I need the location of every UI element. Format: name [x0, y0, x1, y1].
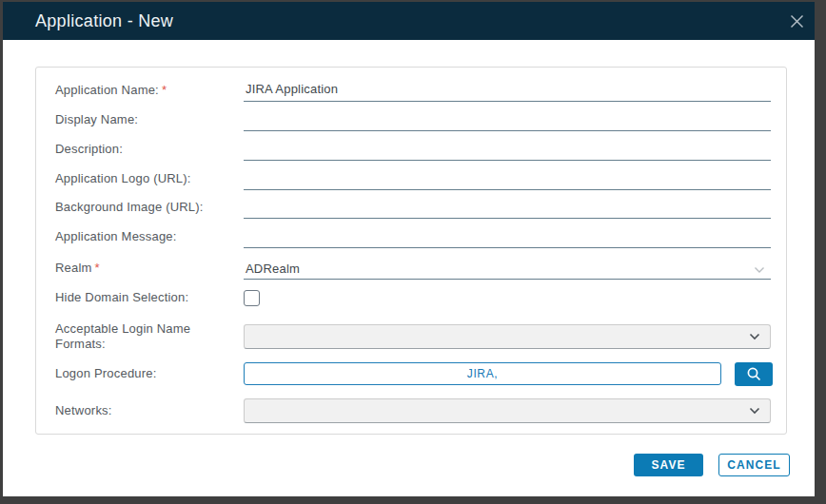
form-row-hide-domain-selection: Hide Domain Selection: — [55, 284, 771, 311]
form-row-display-name: Display Name: — [55, 107, 771, 133]
application-logo-url-input[interactable] — [244, 167, 771, 190]
realm-dropdown[interactable]: ADRealm — [244, 257, 771, 280]
save-button[interactable]: SAVE — [634, 454, 703, 476]
close-button[interactable] — [785, 10, 808, 32]
form-row-acceptable-login-name-formats: Acceptable Login Name Formats: — [55, 320, 771, 353]
dialog-header: Application - New — [3, 2, 815, 40]
cancel-button[interactable]: CANCEL — [718, 454, 790, 476]
field-label: Logon Procedure: — [55, 366, 244, 381]
background-image-url-input[interactable] — [244, 196, 771, 219]
hide-domain-selection-checkbox[interactable] — [244, 290, 260, 306]
form-row-logon-procedure: Logon Procedure: — [55, 360, 771, 387]
field-label: Background Image (URL): — [55, 200, 244, 215]
required-marker: * — [95, 261, 100, 275]
form-row-application-name: Application Name:* — [55, 77, 771, 104]
form-row-background-image: Background Image (URL): — [55, 194, 771, 221]
networks-dropdown[interactable] — [244, 398, 771, 423]
application-name-input[interactable] — [244, 79, 771, 102]
required-marker: * — [162, 83, 167, 97]
field-label: Application Message: — [55, 229, 244, 244]
field-label: Acceptable Login Name Formats: — [55, 321, 244, 352]
chevron-down-icon — [749, 407, 760, 415]
dialog-title: Application - New — [3, 11, 173, 31]
chevron-down-icon — [754, 266, 765, 274]
field-label: Description: — [55, 142, 244, 157]
logon-procedure-input[interactable] — [244, 362, 721, 385]
field-label: Application Logo (URL): — [55, 171, 244, 186]
application-message-input[interactable] — [244, 225, 771, 248]
field-label: Display Name: — [55, 112, 244, 127]
realm-selected-value: ADRealm — [246, 262, 300, 276]
form-row-networks: Networks: — [55, 397, 771, 424]
acceptable-login-name-formats-dropdown[interactable] — [244, 324, 771, 349]
form-row-description: Description: — [55, 136, 771, 163]
display-name-input[interactable] — [244, 108, 771, 131]
search-icon — [746, 366, 762, 382]
description-input[interactable] — [244, 138, 771, 161]
field-label: Networks: — [55, 403, 244, 418]
form-row-realm: Realm* ADRealm — [55, 255, 771, 281]
field-label: Hide Domain Selection: — [55, 290, 244, 305]
chevron-down-icon — [749, 333, 760, 340]
field-label: Realm* — [55, 261, 244, 276]
form-panel: Application Name:* Display Name: Descrip… — [35, 67, 787, 435]
form-row-application-logo: Application Logo (URL): — [55, 165, 771, 192]
close-icon — [790, 14, 804, 29]
logon-procedure-search-button[interactable] — [735, 362, 773, 386]
form-row-application-message: Application Message: — [55, 223, 771, 250]
field-label: Application Name:* — [55, 83, 244, 98]
application-new-dialog: Application - New Application Name:* Dis… — [3, 2, 815, 496]
